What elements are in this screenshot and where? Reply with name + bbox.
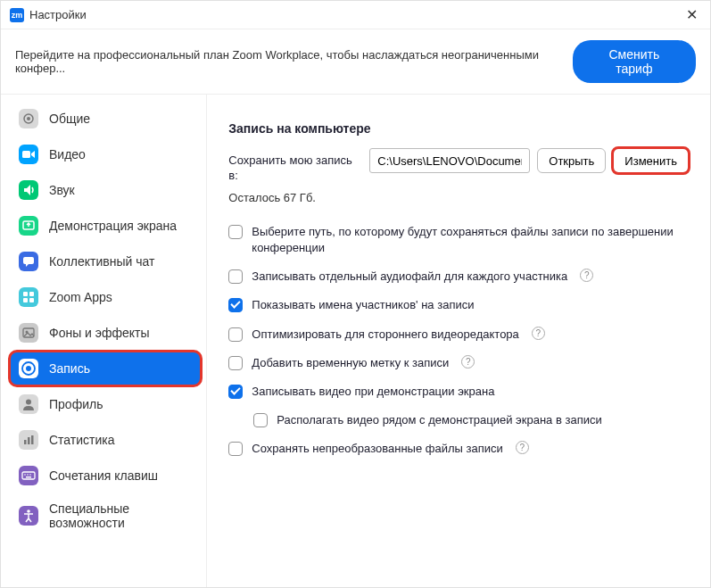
sidebar-item-audio[interactable]: Звук	[10, 173, 201, 207]
sidebar-item-share[interactable]: Демонстрация экрана	[10, 209, 201, 243]
svg-rect-27	[19, 466, 38, 485]
svg-rect-25	[28, 437, 30, 444]
promo-text: Перейдите на профессиональный план Zoom …	[15, 48, 573, 75]
svg-rect-15	[19, 323, 38, 343]
help-icon[interactable]: ?	[580, 269, 593, 282]
option-row: Сохранять непреобразованные файлы записи…	[228, 441, 689, 457]
sidebar: ОбщиеВидеоЗвукДемонстрация экранаКоллект…	[1, 95, 207, 588]
sidebar-item-gear[interactable]: Общие	[10, 102, 201, 136]
sidebar-item-label: Статистика	[49, 433, 115, 447]
app-icon: zm	[10, 8, 24, 22]
option-checkbox[interactable]	[253, 413, 268, 427]
sidebar-item-stats[interactable]: Статистика	[10, 423, 201, 457]
svg-point-22	[26, 400, 31, 405]
option-row: Записывать видео при демонстрации экрана	[228, 384, 689, 400]
apps-icon	[19, 287, 38, 307]
svg-rect-26	[31, 435, 34, 444]
sidebar-item-label: Демонстрация экрана	[49, 219, 177, 233]
path-row: Сохранить мою запись в: Открыть Изменить	[228, 148, 689, 184]
sidebar-item-record[interactable]: Запись	[10, 352, 201, 385]
keyboard-icon	[19, 466, 38, 485]
sidebar-item-video[interactable]: Видео	[10, 137, 201, 171]
option-checkbox[interactable]	[228, 385, 243, 399]
sidebar-item-accessibility[interactable]: Специальные возможности	[10, 494, 201, 537]
options-list: Выберите путь, по которому будут сохраня…	[228, 224, 689, 458]
option-label: Записывать отдельный аудиофайл для каждо…	[252, 269, 567, 285]
option-checkbox[interactable]	[228, 225, 243, 239]
sidebar-item-apps[interactable]: Zoom Apps	[10, 280, 201, 314]
sidebar-item-label: Фоны и эффекты	[49, 326, 150, 340]
option-checkbox[interactable]	[228, 298, 243, 312]
sidebar-item-keyboard[interactable]: Сочетания клавиш	[10, 459, 201, 493]
svg-rect-9	[23, 257, 34, 264]
option-checkbox[interactable]	[228, 269, 243, 284]
sidebar-item-label: Коллективный чат	[49, 254, 154, 269]
share-icon	[19, 216, 38, 236]
svg-rect-10	[19, 287, 38, 307]
svg-rect-11	[23, 292, 28, 296]
svg-point-2	[27, 117, 30, 120]
option-row: Оптимизировать для стороннего видеоредак…	[228, 327, 689, 343]
option-checkbox[interactable]	[228, 442, 243, 456]
option-checkbox[interactable]	[228, 356, 243, 370]
sidebar-item-background[interactable]: Фоны и эффекты	[10, 316, 201, 350]
path-input[interactable]	[369, 148, 530, 173]
svg-rect-32	[26, 476, 31, 478]
svg-rect-13	[23, 298, 28, 302]
option-label: Сохранять непреобразованные файлы записи	[252, 441, 502, 457]
option-label: Выберите путь, по которому будут сохраня…	[252, 224, 689, 256]
svg-point-34	[27, 509, 30, 513]
gear-icon	[19, 109, 38, 128]
stats-icon	[19, 430, 38, 450]
background-icon	[19, 323, 38, 343]
remaining-space: Осталось 67 Гб.	[228, 191, 689, 204]
audio-icon	[19, 180, 38, 200]
option-label: Записывать видео при демонстрации экрана	[252, 384, 494, 400]
option-label: Располагать видео рядом с демонстрацией …	[277, 412, 601, 428]
window-title: Настройки	[29, 8, 87, 21]
main-panel: Запись на компьютере Сохранить мою запис…	[207, 95, 710, 588]
sidebar-item-label: Видео	[49, 147, 86, 161]
option-row: Записывать отдельный аудиофайл для каждо…	[228, 269, 689, 285]
svg-point-29	[24, 474, 26, 476]
change-plan-button[interactable]: Сменить тариф	[573, 40, 696, 83]
profile-icon	[19, 394, 38, 414]
option-label: Оптимизировать для стороннего видеоредак…	[252, 327, 519, 343]
svg-rect-12	[29, 292, 34, 296]
section-title: Запись на компьютере	[228, 121, 689, 136]
titlebar: zm Настройки ✕	[1, 1, 710, 29]
sidebar-item-label: Общие	[49, 112, 90, 126]
sidebar-item-label: Звук	[49, 183, 75, 197]
svg-point-20	[26, 366, 31, 371]
sidebar-item-label: Сочетания клавиш	[49, 468, 158, 483]
chat-icon	[19, 252, 38, 271]
option-row: Располагать видео рядом с демонстрацией …	[253, 412, 689, 428]
option-label: Показывать имена участников' на записи	[252, 297, 474, 313]
help-icon[interactable]: ?	[461, 355, 475, 369]
path-label: Сохранить мою запись в:	[228, 148, 362, 184]
open-button[interactable]: Открыть	[537, 148, 606, 173]
option-label: Добавить временную метку к записи	[252, 355, 449, 371]
close-button[interactable]: ✕	[682, 6, 701, 23]
help-icon[interactable]: ?	[516, 441, 529, 454]
change-button[interactable]: Изменить	[613, 148, 689, 173]
option-row: Добавить временную метку к записи?	[228, 355, 689, 371]
record-icon	[19, 359, 38, 378]
content: ОбщиеВидеоЗвукДемонстрация экранаКоллект…	[1, 95, 710, 588]
svg-rect-14	[29, 298, 34, 302]
option-row: Показывать имена участников' на записи	[228, 297, 689, 313]
option-checkbox[interactable]	[228, 327, 243, 342]
sidebar-item-label: Zoom Apps	[49, 290, 112, 304]
sidebar-item-profile[interactable]: Профиль	[10, 387, 201, 421]
sidebar-item-label: Профиль	[49, 397, 103, 411]
sidebar-item-label: Специальные возможности	[49, 501, 192, 530]
sidebar-item-chat[interactable]: Коллективный чат	[10, 244, 201, 278]
svg-point-30	[27, 474, 29, 476]
help-icon[interactable]: ?	[532, 327, 545, 340]
option-row: Выберите путь, по которому будут сохраня…	[228, 224, 689, 256]
accessibility-icon	[19, 506, 38, 526]
svg-point-31	[29, 474, 31, 476]
video-icon	[19, 145, 38, 164]
svg-rect-4	[22, 151, 30, 158]
svg-rect-24	[24, 440, 27, 444]
